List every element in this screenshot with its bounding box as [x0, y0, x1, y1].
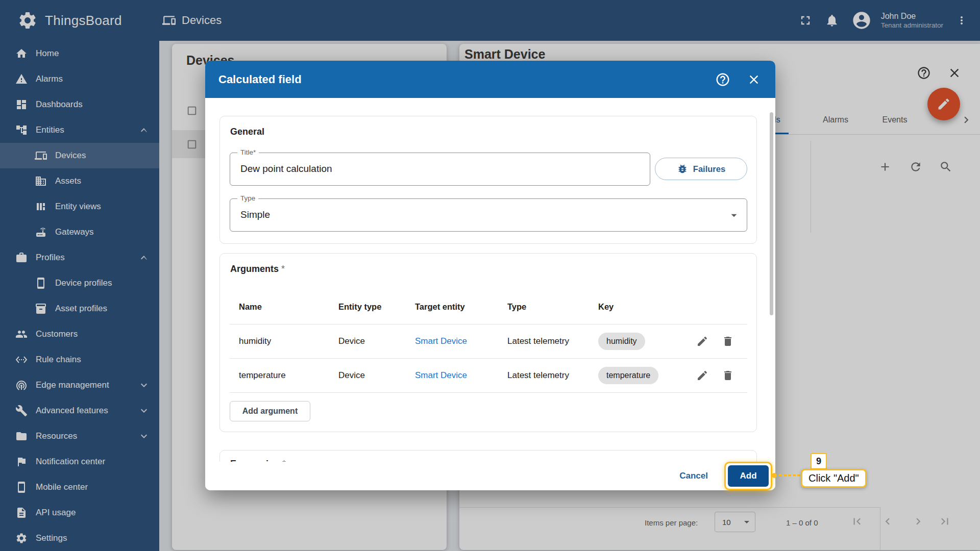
- argument-row: humidity Device Smart Device Latest tele…: [230, 324, 747, 358]
- argument-name: temperature: [239, 370, 338, 381]
- arguments-section-label: Arguments *: [230, 264, 285, 274]
- edit-argument-icon[interactable]: [696, 335, 708, 347]
- argument-type: Latest telemetry: [507, 336, 598, 346]
- delete-argument-icon[interactable]: [722, 335, 734, 347]
- annotation-dot: [772, 473, 777, 478]
- general-section-label: General: [230, 127, 264, 137]
- tutorial-highlight-ring: Add: [724, 462, 772, 490]
- title-field-label: Title*: [237, 148, 259, 156]
- help-icon[interactable]: [715, 72, 730, 87]
- delete-argument-icon[interactable]: [722, 369, 734, 382]
- argument-type: Latest telemetry: [507, 370, 598, 381]
- arguments-table: Name Entity type Target entity Type Key …: [230, 289, 747, 393]
- dialog-footer: Cancel Add: [205, 462, 775, 490]
- cancel-button[interactable]: Cancel: [676, 470, 711, 482]
- col-target-entity: Target entity: [415, 302, 507, 312]
- failures-button-label: Failures: [693, 164, 725, 174]
- expression-section-card: Expression *: [219, 450, 757, 462]
- col-entity-type: Entity type: [338, 302, 415, 312]
- add-argument-button[interactable]: Add argument: [230, 401, 310, 421]
- argument-entity-type: Device: [338, 336, 415, 346]
- dialog-scrollbar[interactable]: [770, 112, 773, 315]
- edit-argument-icon[interactable]: [696, 369, 708, 382]
- argument-name: humidity: [239, 336, 338, 346]
- col-key: Key: [598, 302, 690, 312]
- annotation-connector: [779, 474, 800, 476]
- dialog-body: General Title* Dew point calculation Fai…: [205, 98, 775, 462]
- arguments-section-card: Arguments * Name Entity type Target enti…: [219, 253, 757, 432]
- col-type: Type: [507, 302, 598, 312]
- target-entity-link[interactable]: Smart Device: [415, 336, 507, 346]
- dialog-title: Calculated field: [218, 73, 715, 86]
- target-entity-link[interactable]: Smart Device: [415, 370, 507, 381]
- arguments-table-header: Name Entity type Target entity Type Key: [230, 289, 747, 324]
- annotation-label: Click "Add": [801, 469, 867, 488]
- argument-row: temperature Device Smart Device Latest t…: [230, 358, 747, 392]
- bug-icon: [677, 163, 688, 174]
- calculated-field-dialog: Calculated field General Title* Dew poin…: [205, 61, 775, 490]
- screen: ThingsBoard Devices John Doe Tenant admi…: [0, 0, 980, 551]
- type-select-label: Type: [237, 194, 258, 202]
- close-icon[interactable]: [747, 72, 761, 87]
- dialog-header: Calculated field: [205, 61, 775, 98]
- key-chip: temperature: [598, 367, 658, 384]
- type-select-value: Simple: [230, 199, 747, 231]
- failures-button[interactable]: Failures: [655, 158, 747, 180]
- type-select[interactable]: Type Simple: [230, 198, 747, 232]
- col-name: Name: [239, 302, 338, 312]
- title-field-value: Dew point calculation: [230, 153, 650, 185]
- add-button[interactable]: Add: [728, 465, 769, 487]
- argument-entity-type: Device: [338, 370, 415, 381]
- caret-down-icon: [727, 209, 741, 222]
- key-chip: humidity: [598, 333, 645, 350]
- general-section-card: General Title* Dew point calculation Fai…: [219, 116, 757, 244]
- annotation-step-number: 9: [811, 453, 827, 469]
- title-field[interactable]: Title* Dew point calculation: [230, 153, 650, 186]
